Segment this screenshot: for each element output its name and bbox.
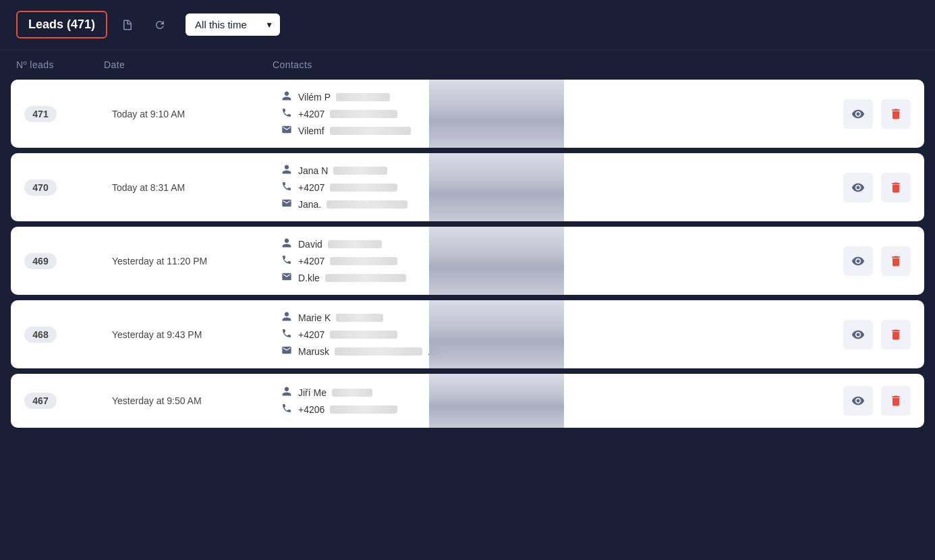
- blurred-phone: [330, 331, 397, 339]
- time-filter[interactable]: All this time Today This week This month…: [186, 13, 280, 36]
- contact-phone-line: +4207: [281, 107, 838, 120]
- view-button[interactable]: [843, 386, 873, 416]
- phone-icon: [281, 107, 293, 120]
- delete-button[interactable]: [881, 386, 911, 416]
- contact-email-line: Marusk .cz: [281, 345, 838, 358]
- col-number: Nº leads: [16, 59, 104, 70]
- row-actions: [838, 173, 911, 202]
- lead-date: Yesterday at 9:43 PM: [112, 329, 281, 340]
- table-row: 467 Yesterday at 9:50 AM Jiří Me +4206: [11, 374, 924, 428]
- blurred-name: [332, 389, 372, 397]
- contact-phone-text: +4207: [298, 256, 324, 267]
- view-button[interactable]: [843, 99, 873, 129]
- row-actions: [838, 320, 911, 349]
- lead-number: 468: [24, 327, 57, 343]
- contact-phone-text: +4207: [298, 182, 324, 193]
- view-button[interactable]: [843, 320, 873, 349]
- phone-icon: [281, 181, 293, 194]
- trash-icon: [889, 394, 903, 408]
- person-icon: [281, 386, 293, 399]
- view-button[interactable]: [843, 173, 873, 202]
- email-icon: [281, 345, 293, 358]
- blurred-phone: [330, 110, 397, 118]
- contact-name-text: Marie K: [298, 312, 331, 323]
- contact-name-line: Marie K: [281, 311, 838, 324]
- lead-date: Today at 8:31 AM: [112, 182, 281, 193]
- person-icon: [281, 90, 293, 103]
- contact-email-line: Vilemf: [281, 124, 838, 137]
- blurred-email: [335, 347, 422, 356]
- email-icon: [281, 124, 293, 137]
- lead-number: 471: [24, 106, 57, 122]
- lead-number-cell: 468: [24, 327, 112, 343]
- blurred-email: [325, 274, 406, 282]
- table-row: 470 Today at 8:31 AM Jana N +4207: [11, 153, 924, 221]
- contact-name-text: Jiří Me: [298, 387, 327, 398]
- contact-email-text: Jana.: [298, 199, 321, 210]
- contact-phone-line: +4207: [281, 328, 838, 341]
- blurred-phone: [330, 405, 397, 414]
- delete-button[interactable]: [881, 320, 911, 349]
- eye-icon: [851, 181, 865, 194]
- lead-date: Today at 9:10 AM: [112, 109, 281, 119]
- col-contacts: Contacts: [273, 59, 919, 70]
- col-date: Date: [104, 59, 273, 70]
- trash-icon: [889, 254, 903, 268]
- contacts-column: Jana N +4207 Jana.: [281, 164, 838, 211]
- contact-email-text: D.kle: [298, 273, 320, 283]
- contact-phone-text: +4206: [298, 404, 324, 415]
- contacts-column: David +4207 D.kle: [281, 237, 838, 284]
- refresh-button[interactable]: [148, 13, 172, 37]
- contact-name-text: Jana N: [298, 165, 328, 176]
- header: Leads (471) All this time Today This wee…: [0, 0, 935, 50]
- contacts-column: Marie K +4207 Marusk .cz: [281, 311, 838, 358]
- contact-name-line: Jana N: [281, 164, 838, 177]
- contact-name-line: Vilém P: [281, 90, 838, 103]
- table-header: Nº leads Date Contacts: [0, 50, 935, 80]
- contact-email-text: Vilemf: [298, 125, 324, 136]
- contacts-column: Vilém P +4207 Vilemf: [281, 90, 838, 137]
- blurred-phone: [330, 184, 397, 192]
- lead-date: Yesterday at 9:50 AM: [112, 395, 281, 406]
- leads-list: 471 Today at 9:10 AM Vilém P +4207: [0, 80, 935, 428]
- person-icon: [281, 311, 293, 324]
- eye-icon: [851, 107, 865, 121]
- contact-name-line: David: [281, 237, 838, 250]
- contact-phone-line: +4207: [281, 254, 838, 267]
- contact-name-text: Vilém P: [298, 92, 331, 103]
- contacts-column: Jiří Me +4206: [281, 386, 838, 416]
- blurred-name: [328, 240, 382, 248]
- delete-button[interactable]: [881, 246, 911, 276]
- eye-icon: [851, 394, 865, 408]
- contact-email-text: Marusk: [298, 346, 329, 357]
- phone-icon: [281, 403, 293, 416]
- contact-phone-text: +4207: [298, 109, 324, 119]
- lead-number: 467: [24, 393, 57, 409]
- export-icon: [121, 19, 134, 31]
- view-button[interactable]: [843, 246, 873, 276]
- delete-button[interactable]: [881, 173, 911, 202]
- export-button[interactable]: [115, 13, 140, 37]
- leads-title-text: Leads (471): [28, 18, 95, 31]
- person-icon: [281, 164, 293, 177]
- person-icon: [281, 237, 293, 250]
- leads-title-button[interactable]: Leads (471): [16, 11, 107, 38]
- contact-phone-line: +4207: [281, 181, 838, 194]
- phone-icon: [281, 328, 293, 341]
- blurred-phone: [330, 257, 397, 265]
- contact-name-text: David: [298, 239, 322, 250]
- lead-number-cell: 470: [24, 179, 112, 196]
- contact-phone-line: +4206: [281, 403, 838, 416]
- row-actions: [838, 246, 911, 276]
- trash-icon: [889, 328, 903, 341]
- lead-number-cell: 467: [24, 393, 112, 409]
- eye-icon: [851, 328, 865, 341]
- lead-number-cell: 471: [24, 106, 112, 122]
- trash-icon: [889, 181, 903, 194]
- lead-number: 469: [24, 253, 57, 269]
- row-actions: [838, 386, 911, 416]
- email-domain: .cz: [428, 346, 440, 357]
- table-row: 468 Yesterday at 9:43 PM Marie K +4207: [11, 300, 924, 368]
- delete-button[interactable]: [881, 99, 911, 129]
- time-select[interactable]: All this time Today This week This month: [186, 13, 280, 36]
